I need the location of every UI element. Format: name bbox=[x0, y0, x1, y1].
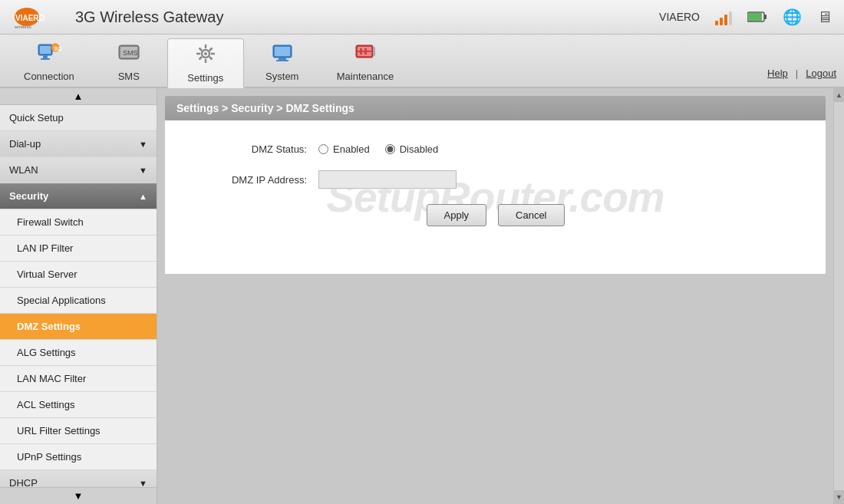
svg-text:VIAERO: VIAERO bbox=[15, 14, 45, 22]
form-panel: SetupRouter.com DMZ Status: Enabled Disa… bbox=[165, 120, 826, 274]
scroll-down-arrow[interactable]: ▼ bbox=[834, 490, 845, 504]
chevron-up-icon: ▲ bbox=[139, 192, 147, 201]
sidebar-item-firewall-switch[interactable]: Firewall Switch bbox=[0, 209, 157, 236]
sidebar-item-dmz-settings[interactable]: DMZ Settings bbox=[0, 314, 157, 340]
sidebar-item-security-label: Security bbox=[9, 190, 48, 202]
sidebar-item-dial-up[interactable]: Dial-up ▼ bbox=[0, 131, 157, 157]
sidebar-item-security[interactable]: Security ▲ bbox=[0, 183, 157, 209]
chevron-down-icon: ▼ bbox=[139, 166, 147, 175]
svg-rect-7 bbox=[40, 46, 51, 54]
svg-rect-28 bbox=[276, 60, 288, 61]
tab-settings[interactable]: Settings bbox=[167, 38, 244, 88]
svg-rect-27 bbox=[279, 58, 286, 60]
right-scrollbar: ▲ ▼ bbox=[833, 88, 844, 504]
svg-rect-34 bbox=[373, 47, 375, 56]
viaero-logo: VIAERO wireless bbox=[12, 4, 65, 31]
battery-icon bbox=[747, 11, 767, 23]
logo-area: VIAERO wireless 3G Wireless Gateway bbox=[12, 4, 223, 31]
sidebar-item-quick-setup-label: Quick Setup bbox=[9, 112, 64, 124]
sidebar-item-lan-mac-filter[interactable]: LAN MAC Filter bbox=[0, 366, 157, 392]
svg-text:3G: 3G bbox=[54, 45, 61, 52]
tab-sms[interactable]: SMS SMS bbox=[91, 37, 167, 87]
dmz-status-control: Enabled Disabled bbox=[318, 143, 438, 155]
connection-icon: 3G bbox=[37, 41, 61, 68]
dmz-enabled-label[interactable]: Enabled bbox=[333, 143, 370, 155]
sidebar-item-dial-up-label: Dial-up bbox=[9, 138, 41, 150]
chevron-down-icon: ▼ bbox=[139, 140, 147, 149]
sidebar-item-virtual-server[interactable]: Virtual Server bbox=[0, 262, 157, 288]
scroll-up-arrow[interactable]: ▲ bbox=[834, 88, 845, 102]
sidebar-item-wlan-label: WLAN bbox=[9, 164, 38, 176]
sidebar-scroll-down[interactable]: ▼ bbox=[0, 487, 157, 504]
dmz-ip-input[interactable] bbox=[318, 170, 457, 189]
breadcrumb: Settings > Security > DMZ Settings bbox=[165, 96, 826, 120]
dmz-disabled-label[interactable]: Disabled bbox=[400, 143, 439, 155]
tab-system-label: System bbox=[265, 71, 298, 82]
dmz-disabled-radio[interactable] bbox=[385, 144, 395, 154]
dmz-ip-row: DMZ IP Address: bbox=[196, 170, 795, 189]
sidebar-item-lan-mac-filter-label: LAN MAC Filter bbox=[17, 373, 86, 384]
dmz-status-label: DMZ Status: bbox=[196, 143, 318, 155]
svg-point-16 bbox=[204, 52, 207, 55]
sidebar-item-url-filter-settings-label: URL Filter Settings bbox=[17, 425, 101, 436]
sidebar-item-upnp-settings-label: UPnP Settings bbox=[17, 451, 81, 463]
globe-icon: 🌐 bbox=[783, 8, 802, 26]
svg-rect-26 bbox=[275, 47, 290, 56]
svg-text:wireless: wireless bbox=[14, 25, 31, 29]
sidebar: ▲ Quick Setup Dial-up ▼ WLAN ▼ Security … bbox=[0, 88, 157, 504]
sidebar-item-virtual-server-label: Virtual Server bbox=[17, 268, 77, 280]
sidebar-item-quick-setup[interactable]: Quick Setup bbox=[0, 105, 157, 131]
sidebar-scroll-up[interactable]: ▲ bbox=[0, 88, 157, 105]
sidebar-item-alg-settings[interactable]: ALG Settings bbox=[0, 340, 157, 366]
svg-line-22 bbox=[209, 57, 213, 60]
sidebar-item-acl-settings-label: ACL Settings bbox=[17, 399, 74, 410]
sidebar-item-acl-settings[interactable]: ACL Settings bbox=[0, 392, 157, 418]
tab-maintenance-label: Maintenance bbox=[337, 71, 394, 82]
dmz-enabled-radio[interactable] bbox=[318, 144, 328, 154]
tab-sms-label: SMS bbox=[118, 71, 140, 82]
tab-settings-label: Settings bbox=[187, 72, 223, 84]
apply-button[interactable]: Apply bbox=[427, 204, 487, 226]
help-link[interactable]: Help bbox=[767, 68, 788, 79]
svg-rect-8 bbox=[43, 55, 48, 58]
svg-rect-9 bbox=[41, 58, 50, 60]
svg-rect-32 bbox=[360, 48, 362, 54]
sidebar-item-special-applications[interactable]: Special Applications bbox=[0, 288, 157, 314]
viaero-status-label: VIAERO bbox=[659, 11, 700, 23]
logout-link[interactable]: Logout bbox=[806, 68, 836, 79]
dmz-status-row: DMZ Status: Enabled Disabled bbox=[196, 143, 795, 155]
button-row: Apply Cancel bbox=[196, 204, 795, 226]
sidebar-item-upnp-settings[interactable]: UPnP Settings bbox=[0, 444, 157, 470]
sidebar-item-wlan[interactable]: WLAN ▼ bbox=[0, 157, 157, 183]
svg-rect-5 bbox=[748, 13, 762, 21]
svg-line-24 bbox=[199, 57, 202, 60]
tab-connection[interactable]: 3G Connection bbox=[8, 37, 91, 87]
status-area: VIAERO 🌐 🖥 bbox=[659, 8, 832, 26]
sidebar-item-url-filter-settings[interactable]: URL Filter Settings bbox=[0, 418, 157, 444]
cancel-button[interactable]: Cancel bbox=[498, 204, 564, 226]
tab-connection-label: Connection bbox=[24, 71, 74, 82]
main-layout: ▲ Quick Setup Dial-up ▼ WLAN ▼ Security … bbox=[0, 88, 844, 504]
enabled-radio-group: Enabled bbox=[318, 143, 370, 155]
svg-rect-33 bbox=[364, 48, 367, 54]
tab-system[interactable]: System bbox=[244, 37, 321, 87]
sidebar-item-dmz-settings-label: DMZ Settings bbox=[17, 321, 81, 332]
sidebar-item-special-applications-label: Special Applications bbox=[17, 295, 106, 306]
nav-tabs: 3G Connection SMS SMS bbox=[0, 35, 844, 88]
chevron-down-icon: ▼ bbox=[139, 479, 147, 488]
sidebar-item-lan-ip-filter-label: LAN IP Filter bbox=[17, 242, 73, 254]
help-logout-area: Help | Logout bbox=[767, 68, 836, 87]
dmz-ip-label: DMZ IP Address: bbox=[196, 174, 318, 186]
pipe-divider: | bbox=[796, 68, 798, 79]
sidebar-item-lan-ip-filter[interactable]: LAN IP Filter bbox=[0, 236, 157, 262]
svg-line-23 bbox=[209, 48, 213, 51]
settings-icon bbox=[194, 43, 217, 69]
sidebar-item-firewall-switch-label: Firewall Switch bbox=[17, 216, 84, 228]
signal-icon bbox=[715, 8, 732, 25]
dmz-ip-control bbox=[318, 170, 457, 189]
sidebar-item-alg-settings-label: ALG Settings bbox=[17, 347, 76, 358]
topbar: VIAERO wireless 3G Wireless Gateway VIAE… bbox=[0, 0, 844, 35]
svg-line-21 bbox=[199, 48, 202, 51]
svg-text:SMS: SMS bbox=[123, 49, 138, 57]
tab-maintenance[interactable]: Maintenance bbox=[321, 37, 410, 87]
